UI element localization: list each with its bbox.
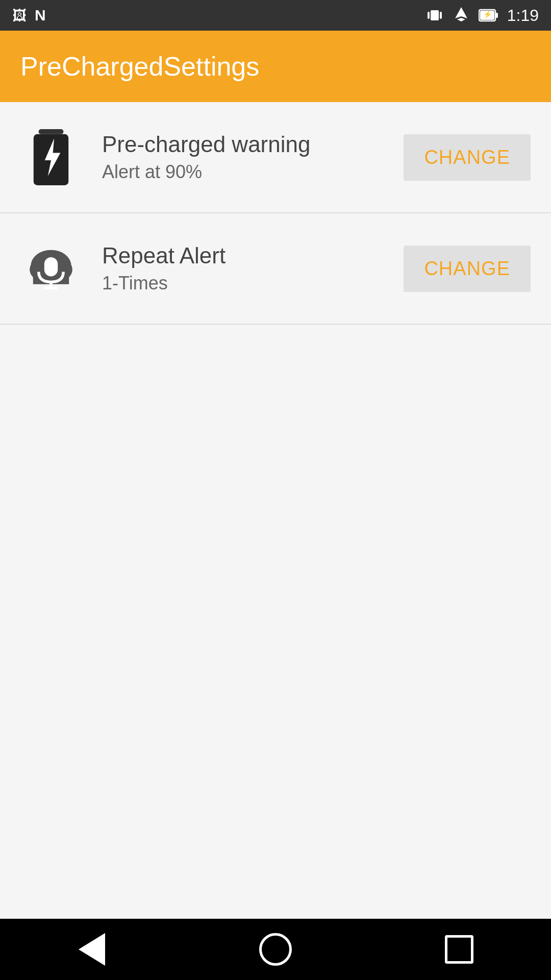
photo-icon: 🖼	[12, 7, 27, 24]
svg-rect-0	[431, 10, 439, 20]
notification-icon: N	[35, 7, 46, 24]
divider-2	[0, 324, 551, 325]
app-title: PreChargedSettings	[20, 51, 259, 82]
home-button[interactable]	[255, 929, 296, 970]
recents-icon	[445, 935, 473, 964]
content: Pre-charged warning Alert at 90% CHANGE …	[0, 102, 551, 919]
back-icon	[79, 933, 105, 966]
back-button[interactable]	[71, 929, 112, 970]
battery-icon-wrap	[20, 127, 82, 188]
status-bar-left: 🖼 N	[12, 7, 46, 24]
battery-charging-status-icon: ⚡	[479, 8, 499, 23]
svg-rect-7	[39, 129, 64, 134]
svg-rect-2	[440, 12, 442, 19]
svg-text:⚡: ⚡	[483, 10, 492, 19]
svg-rect-4	[495, 13, 498, 18]
setting-text-pre-charged-warning: Pre-charged warning Alert at 90%	[102, 132, 383, 183]
svg-rect-1	[428, 12, 430, 19]
nav-bar	[0, 919, 551, 980]
svg-rect-13	[44, 257, 58, 276]
battery-charging-icon	[31, 129, 71, 185]
setting-title-repeat-alert: Repeat Alert	[102, 243, 383, 268]
setting-title-pre-charged-warning: Pre-charged warning	[102, 132, 383, 157]
setting-item-pre-charged-warning: Pre-charged warning Alert at 90% CHANGE	[0, 102, 551, 212]
setting-item-repeat-alert: Repeat Alert 1-Times CHANGE	[0, 213, 551, 324]
app-bar: PreChargedSettings	[0, 31, 551, 102]
status-time: 1:19	[507, 6, 539, 25]
setting-subtitle-repeat-alert: 1-Times	[102, 273, 383, 294]
mic-icon-wrap	[20, 238, 82, 299]
recents-button[interactable]	[439, 929, 480, 970]
change-button-pre-charged-warning[interactable]: CHANGE	[404, 134, 531, 181]
vibrate-icon	[425, 6, 444, 24]
home-icon	[259, 933, 292, 966]
change-button-repeat-alert[interactable]: CHANGE	[404, 246, 531, 292]
airplane-icon	[452, 6, 470, 24]
status-bar: 🖼 N ⚡ 1:19	[0, 0, 551, 31]
setting-subtitle-pre-charged-warning: Alert at 90%	[102, 161, 383, 183]
microphone-cloud-icon	[23, 240, 79, 297]
status-bar-right: ⚡ 1:19	[425, 6, 539, 25]
setting-text-repeat-alert: Repeat Alert 1-Times	[102, 243, 383, 294]
